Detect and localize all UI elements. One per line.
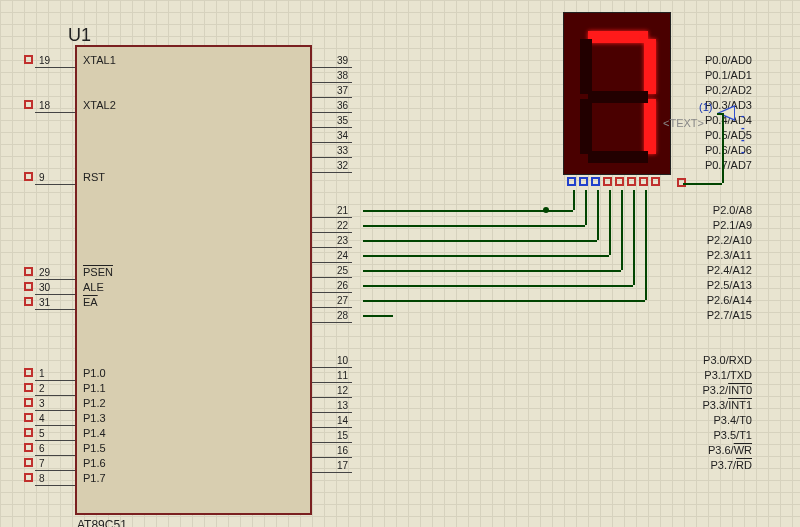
pin-32[interactable]: P0.7/AD732 [312,165,800,180]
seg-pin-3[interactable] [603,177,612,186]
seg-pin-7[interactable] [651,177,660,186]
wire [363,225,585,227]
pin-31[interactable]: 31EA [35,302,75,317]
pin-9[interactable]: 9RST [35,177,75,192]
seg-pin-6[interactable] [639,177,648,186]
wire [363,285,633,287]
wire [585,190,587,225]
segment-b [644,39,656,94]
seg-pin-1[interactable] [579,177,588,186]
wire [645,190,647,300]
probe-text-placeholder: <TEXT> [663,117,704,129]
wire [363,270,621,272]
pin-19[interactable]: 19XTAL1 [35,60,75,75]
pin-8[interactable]: 8P1.7 [35,478,75,493]
wire [722,113,724,183]
wire [717,113,722,115]
wire [363,240,597,242]
wire [363,300,645,302]
component-ref: U1 [68,25,91,46]
seg-pin-2[interactable] [591,177,600,186]
wire [683,183,722,185]
segment-d [588,151,648,163]
segment-e [580,99,592,154]
wire [633,190,635,285]
seg-pin-4[interactable] [615,177,624,186]
segment-a [588,31,648,43]
segment-g [588,91,648,103]
segment-f [580,39,592,94]
probe-signal-icon: - - - - [741,109,747,157]
pin-17[interactable]: P3.7/RD17 [312,465,800,480]
wire [363,210,573,212]
probe-number: (1) [699,101,712,113]
wire [597,190,599,240]
pin-18[interactable]: 18XTAL2 [35,105,75,120]
junction-dot [543,207,549,213]
pin-28[interactable]: P2.7/A1528 [312,315,800,330]
seven-segment-pins [567,177,660,186]
chip-u1[interactable] [75,45,312,515]
wire [363,255,609,257]
wire [573,190,575,210]
wire [609,190,611,255]
wire [363,315,393,317]
seven-segment-display[interactable] [563,12,671,175]
seg-pin-0[interactable] [567,177,576,186]
segment-c [644,99,656,154]
wire [621,190,623,270]
seg-pin-5[interactable] [627,177,636,186]
component-part: AT89C51 [77,518,127,527]
